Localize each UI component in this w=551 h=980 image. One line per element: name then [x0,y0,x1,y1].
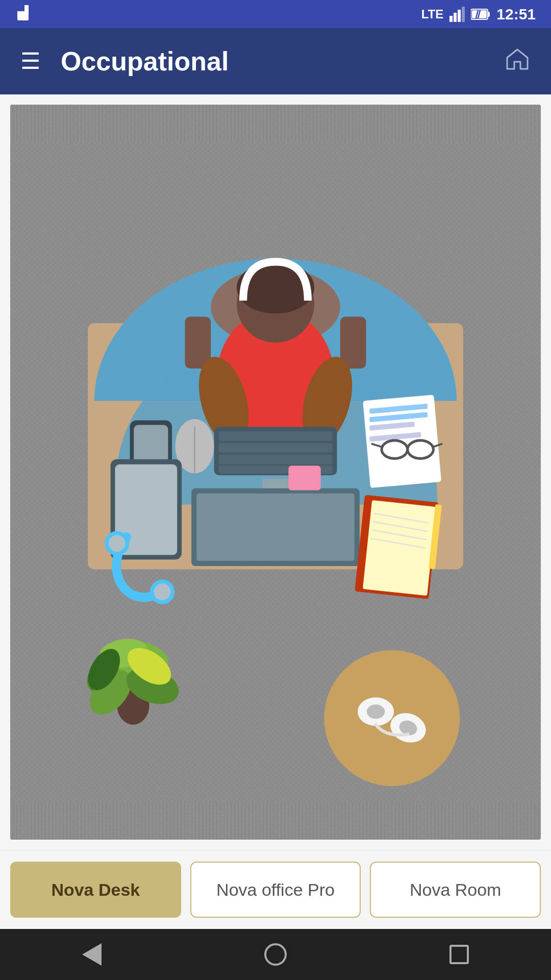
svg-rect-28 [218,431,332,441]
svg-point-70 [324,650,460,786]
navigation-bar [0,929,551,980]
svg-rect-8 [488,12,490,17]
sd-icon [15,4,34,24]
status-bar: LTE 12:51 [0,0,551,28]
tab-nova-office-pro[interactable]: Nova office Pro [190,862,361,918]
svg-rect-35 [196,494,354,561]
svg-rect-30 [218,455,332,464]
office-illustration [10,105,541,840]
svg-rect-2 [26,5,29,9]
tab-bar: Nova Desk Nova office Pro Nova Room [0,850,551,929]
status-icons: LTE 12:51 [421,6,536,23]
nav-home-button[interactable] [255,934,296,975]
lte-icon: LTE [421,7,444,21]
status-time: 12:51 [496,6,536,23]
svg-point-42 [107,533,128,554]
page-title: Occupational [61,46,504,77]
home-nav-icon [264,943,287,966]
battery-icon [471,8,490,20]
svg-point-43 [152,581,173,602]
svg-rect-4 [454,13,457,22]
svg-rect-5 [458,10,461,22]
svg-rect-1 [17,5,24,11]
main-content: Nova Desk Nova office Pro Nova Room [0,94,551,929]
svg-point-72 [367,704,385,719]
app-bar: ☰ Occupational [0,28,551,94]
nav-recent-button[interactable] [439,934,480,975]
canvas-area[interactable] [10,105,541,840]
recent-icon [449,945,469,964]
svg-rect-29 [218,443,332,453]
signal-icon [449,7,465,22]
tab-nova-room[interactable]: Nova Room [370,862,541,918]
svg-rect-6 [462,7,465,22]
home-icon[interactable] [504,45,531,78]
tab-nova-desk[interactable]: Nova Desk [10,862,181,918]
svg-rect-3 [449,16,453,22]
back-icon [82,943,102,966]
menu-icon[interactable]: ☰ [20,50,40,72]
nav-back-button[interactable] [71,934,112,975]
svg-rect-61 [288,465,320,490]
